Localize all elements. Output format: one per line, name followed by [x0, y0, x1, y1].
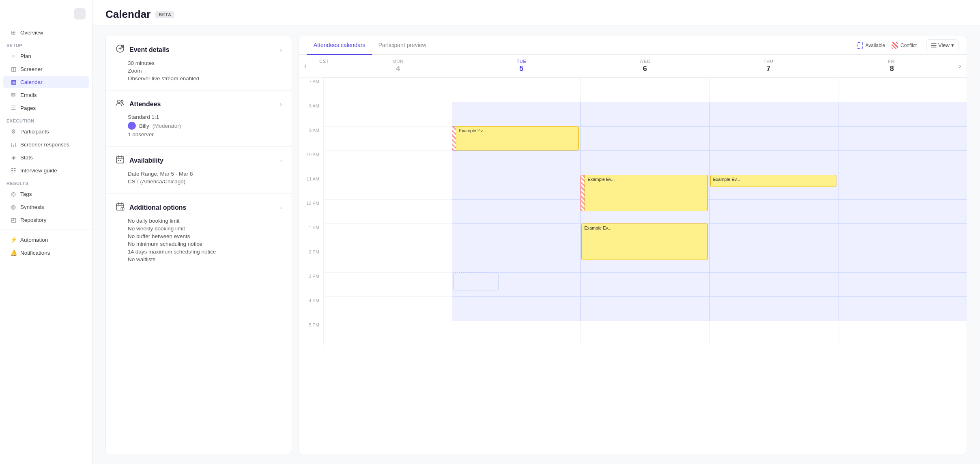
time-slot[interactable] — [323, 321, 452, 345]
time-slot[interactable] — [838, 77, 967, 102]
sidebar-item-label: Plan — [20, 53, 31, 59]
time-slot[interactable] — [838, 126, 967, 150]
calendar-icon: ▦ — [10, 79, 17, 85]
svg-point-2 — [118, 100, 120, 103]
additional-options-header[interactable]: Additional options › — [116, 202, 282, 213]
time-slot[interactable] — [709, 102, 838, 126]
sidebar-item-repository[interactable]: ◰ Repository — [3, 214, 89, 226]
sidebar-item-automation[interactable]: ⚡ Automation — [3, 234, 89, 246]
sidebar-item-emails[interactable]: ✉ Emails — [3, 89, 89, 101]
tab-participant-preview[interactable]: Participant preview — [372, 36, 433, 55]
time-slot[interactable] — [323, 175, 452, 199]
time-slot[interactable] — [709, 150, 838, 175]
time-label: 2 PM — [299, 248, 323, 272]
time-slot[interactable] — [452, 102, 580, 126]
time-slot[interactable] — [838, 321, 967, 345]
time-slot[interactable] — [580, 248, 709, 272]
time-slot[interactable] — [452, 150, 580, 175]
time-slot[interactable] — [323, 248, 452, 272]
time-slot[interactable] — [709, 223, 838, 248]
time-slot[interactable] — [452, 175, 580, 199]
synthesis-icon: ◍ — [10, 204, 17, 210]
sidebar-item-synthesis[interactable]: ◍ Synthesis — [3, 201, 89, 213]
sidebar-item-stats[interactable]: ◈ Stats — [3, 151, 89, 163]
time-slot[interactable] — [323, 223, 452, 248]
time-slot[interactable] — [709, 321, 838, 345]
sidebar-item-tags[interactable]: ◎ Tags — [3, 188, 89, 200]
time-slot[interactable] — [709, 77, 838, 102]
time-slot[interactable] — [323, 77, 452, 102]
time-slot[interactable] — [323, 102, 452, 126]
time-slot[interactable] — [580, 321, 709, 345]
view-button[interactable]: View ▾ — [926, 39, 959, 51]
time-slot[interactable] — [709, 126, 838, 150]
screener-icon: ◫ — [10, 66, 17, 72]
sidebar-item-notifications[interactable]: 🔔 Notifications — [3, 247, 89, 259]
time-slot[interactable] — [838, 102, 967, 126]
event-details-header-left: Event details — [116, 44, 170, 55]
time-slot[interactable] — [838, 199, 967, 223]
sidebar-item-overview[interactable]: ⊞ Overview — [3, 26, 89, 39]
sidebar-item-plan[interactable]: ≡ Plan — [3, 50, 89, 62]
time-slot[interactable] — [323, 126, 452, 150]
calendar-body: 7 AM8 AM9 AM10 AM11 AM12 PM1 PM2 PM3 PM4… — [299, 77, 967, 454]
time-slot[interactable] — [580, 77, 709, 102]
sidebar-item-participants[interactable]: ⚙ Participants — [3, 125, 89, 137]
time-slot[interactable] — [580, 223, 709, 248]
time-slot[interactable] — [838, 150, 967, 175]
time-slot[interactable] — [452, 126, 580, 150]
time-slot[interactable] — [580, 175, 709, 199]
time-slot[interactable] — [452, 296, 580, 321]
time-slot[interactable] — [323, 296, 452, 321]
time-slot[interactable] — [580, 296, 709, 321]
event-details-header[interactable]: Event details › — [116, 44, 282, 55]
time-slot[interactable] — [452, 77, 580, 102]
time-label: 12 PM — [299, 199, 323, 223]
time-slot[interactable] — [709, 175, 838, 199]
time-slot[interactable] — [838, 175, 967, 199]
time-slot[interactable] — [452, 272, 580, 296]
time-slot[interactable] — [709, 296, 838, 321]
time-slot[interactable] — [838, 296, 967, 321]
available-label: Available — [866, 43, 885, 48]
time-slot[interactable] — [323, 199, 452, 223]
time-slot[interactable] — [452, 321, 580, 345]
time-slot[interactable] — [580, 199, 709, 223]
availability-header[interactable]: Availability › — [116, 155, 282, 166]
event-details-chevron: › — [280, 47, 282, 53]
day-col-tue: TUE 5 — [460, 55, 583, 77]
option-daily: No daily booking limit — [128, 217, 282, 225]
time-slot[interactable] — [709, 248, 838, 272]
time-slot[interactable] — [452, 248, 580, 272]
time-slot[interactable] — [580, 272, 709, 296]
time-slot[interactable] — [838, 223, 967, 248]
day-col-thu: THU 7 — [707, 55, 830, 77]
sidebar-item-calendar[interactable]: ▦ Calendar — [3, 76, 89, 88]
time-slot[interactable] — [323, 272, 452, 296]
time-slot[interactable] — [323, 150, 452, 175]
time-slot[interactable] — [709, 272, 838, 296]
day-col-mon: MON 4 — [336, 55, 460, 77]
additional-options-content: No daily booking limit No weekly booking… — [116, 213, 282, 263]
sidebar-item-pages[interactable]: ☰ Pages — [3, 102, 89, 114]
time-slot[interactable] — [709, 199, 838, 223]
time-slot[interactable] — [580, 150, 709, 175]
time-slot[interactable] — [838, 248, 967, 272]
time-slot[interactable] — [580, 126, 709, 150]
time-slot[interactable] — [838, 272, 967, 296]
attendees-header[interactable]: Attendees › — [116, 99, 282, 109]
time-slot[interactable] — [452, 223, 580, 248]
day-col-wed: WED 6 — [583, 55, 707, 77]
next-week-button[interactable]: › — [954, 60, 967, 73]
attendees-title: Attendees — [129, 101, 161, 108]
sidebar-item-interview-guide[interactable]: ☷ Interview guide — [3, 164, 89, 176]
time-slot[interactable] — [580, 102, 709, 126]
sidebar-item-screener-responses[interactable]: ◱ Screener responses — [3, 138, 89, 150]
event-details-icon — [116, 44, 125, 55]
tab-attendees-calendars[interactable]: Attendees calendars — [307, 36, 372, 55]
sidebar-item-screener[interactable]: ◫ Screener — [3, 63, 89, 75]
time-slot[interactable] — [452, 199, 580, 223]
svg-point-3 — [121, 101, 123, 103]
prev-week-button[interactable]: ‹ — [299, 60, 312, 73]
page-title: Calendar — [105, 8, 150, 21]
